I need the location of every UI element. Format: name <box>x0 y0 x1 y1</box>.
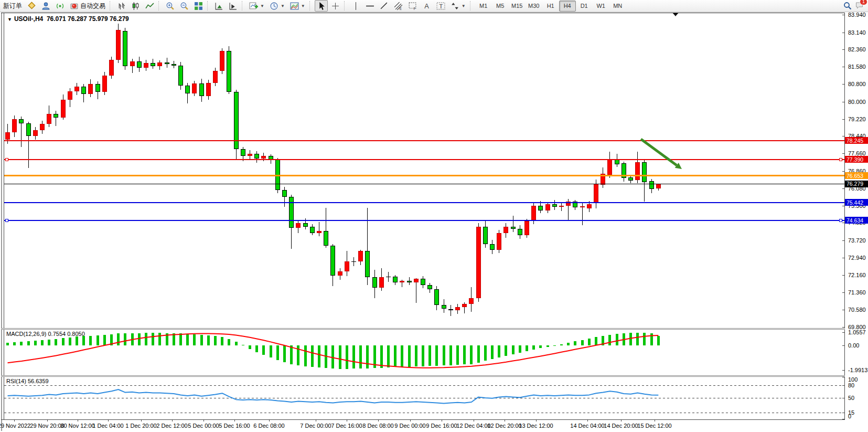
macd-histogram-bar <box>242 345 244 345</box>
macd-histogram-bar <box>435 345 438 366</box>
price-tick <box>842 292 844 293</box>
time-tick-label: 2 Dec 12:00 <box>156 423 187 429</box>
chart-shift-button[interactable] <box>227 0 240 12</box>
line-handle[interactable] <box>839 158 842 161</box>
price-axis-strip[interactable] <box>845 13 868 420</box>
timeframe-D1[interactable]: D1 <box>576 1 593 12</box>
macd-histogram-bar <box>373 345 376 368</box>
macd-histogram-bar <box>553 345 556 346</box>
price-level-line-76.279[interactable] <box>4 184 844 184</box>
time-tick <box>14 419 15 422</box>
price-level-line-75.442[interactable] <box>4 202 844 203</box>
toolbar-separator <box>344 1 347 10</box>
trendline-tool[interactable] <box>378 0 391 12</box>
macd-histogram-bar <box>228 339 230 345</box>
macd-histogram-bar <box>574 341 576 345</box>
time-tick-label: 7 Dec 16:00 <box>331 423 362 429</box>
fibonacci-tool[interactable]: F <box>406 0 419 12</box>
candle-wick <box>451 305 451 316</box>
timeframe-W1[interactable]: W1 <box>593 1 609 12</box>
macd-histogram-bar <box>145 333 147 345</box>
zoom-out-button[interactable] <box>178 0 191 12</box>
signals-icon[interactable] <box>53 0 67 12</box>
timeframe-H4[interactable]: H4 <box>559 1 576 12</box>
tile-windows-icon[interactable] <box>192 0 205 12</box>
candle-body <box>282 190 287 197</box>
pane-separator[interactable] <box>1 375 868 377</box>
text-label-tool[interactable]: T <box>434 0 447 12</box>
price-tick <box>842 136 844 136</box>
price-level-line-78.245[interactable] <box>4 140 844 141</box>
autotrading-button[interactable]: 自动交易 <box>68 0 108 12</box>
toolbar-separator <box>158 1 162 10</box>
bar-chart-type-button[interactable] <box>115 0 128 12</box>
cursor-tool-button[interactable] <box>315 0 328 12</box>
line-handle[interactable] <box>839 219 842 222</box>
period-clock-button[interactable]: ▼ <box>267 0 287 12</box>
timeframe-MN[interactable]: MN <box>609 1 626 12</box>
candle-body <box>12 119 17 132</box>
time-tick <box>410 419 411 422</box>
chart-shift-marker[interactable] <box>672 13 679 16</box>
candle-body <box>144 63 148 67</box>
price-tick <box>842 188 844 189</box>
candle-body <box>95 84 100 92</box>
vertical-line-tool[interactable] <box>349 0 362 12</box>
price-tick-label: 83.140 <box>848 29 866 36</box>
time-tick <box>505 419 505 422</box>
macd-histogram-bar <box>20 342 23 345</box>
rsi-tick-label: 0 <box>848 413 851 419</box>
template-button[interactable]: ▼ <box>288 0 307 12</box>
candle-body <box>455 307 460 310</box>
time-tick <box>78 419 78 422</box>
timeframe-H1[interactable]: H1 <box>542 1 559 12</box>
macd-histogram-bar <box>214 336 217 345</box>
collapse-triangle-icon[interactable]: ▼ <box>7 17 12 22</box>
equidistant-channel-tool[interactable]: E <box>392 0 405 12</box>
candle-body <box>192 83 197 93</box>
add-indicator-button[interactable]: ▼ <box>247 0 266 12</box>
timeframe-M30[interactable]: M30 <box>526 1 542 12</box>
line-handle[interactable] <box>5 219 8 222</box>
candle-body <box>178 66 183 86</box>
candle-body <box>33 130 38 136</box>
chart-window[interactable] <box>1 13 867 431</box>
auto-scroll-button[interactable] <box>212 0 226 12</box>
candle-body <box>552 204 557 206</box>
timeframe-M5[interactable]: M5 <box>492 1 509 12</box>
price-level-line-76.653[interactable] <box>4 175 844 176</box>
svg-text:F: F <box>413 6 415 10</box>
autotrading-label: 自动交易 <box>80 2 105 10</box>
candle-body <box>19 119 24 123</box>
timeframe-M15[interactable]: M15 <box>509 1 526 12</box>
search-icon[interactable] <box>843 2 852 10</box>
price-level-line-77.390[interactable] <box>4 159 844 160</box>
price-tick <box>842 223 844 223</box>
timeframe-M1[interactable]: M1 <box>475 1 492 12</box>
macd-histogram-bar <box>200 335 203 345</box>
horizontal-line-tool[interactable] <box>363 0 377 12</box>
chart-left-border <box>4 13 4 420</box>
line-handle[interactable] <box>5 158 8 161</box>
line-chart-type-button[interactable] <box>143 0 156 12</box>
notifications-button[interactable]: 1 <box>855 1 864 11</box>
new-order-button[interactable]: 新订单 <box>1 0 24 12</box>
price-tick <box>842 310 844 310</box>
macd-histogram-bar <box>221 337 223 345</box>
pane-separator[interactable] <box>1 328 868 330</box>
rsi-level-dashed-line <box>4 413 844 413</box>
price-level-line-74.634[interactable] <box>4 220 844 221</box>
candlestick-chart-type-button[interactable] <box>129 0 142 12</box>
market-watch-icon[interactable] <box>39 0 52 12</box>
arrows-tool[interactable]: ▼ <box>448 0 468 12</box>
notification-badge: 1 <box>860 0 867 5</box>
crosshair-tool-button[interactable] <box>329 0 342 12</box>
macd-histogram-bar <box>532 345 535 350</box>
quotes-icon[interactable] <box>25 0 38 12</box>
candle-body <box>503 227 508 234</box>
macd-histogram-bar <box>304 345 307 366</box>
macd-histogram-bar <box>331 345 334 368</box>
zoom-in-button[interactable] <box>164 0 177 12</box>
text-tool[interactable]: A <box>420 0 433 12</box>
macd-histogram-bar <box>76 336 78 345</box>
